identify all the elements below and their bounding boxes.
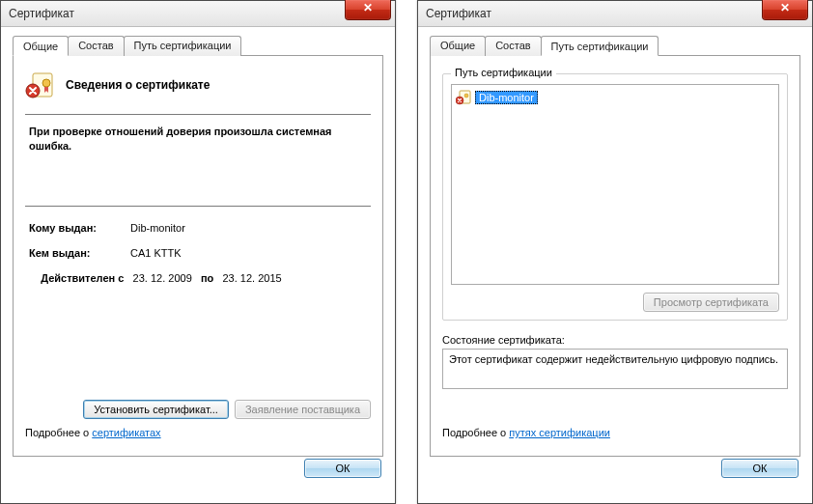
- install-certificate-button[interactable]: Установить сертификат...: [83, 400, 229, 419]
- cert-status-label: Состояние сертификата:: [442, 334, 788, 346]
- window-title: Сертификат: [426, 7, 491, 20]
- tab-cert-path[interactable]: Путь сертификации: [541, 36, 659, 56]
- certificate-window-general: Сертификат ✕ Общие Состав Путь сертифика…: [0, 0, 396, 504]
- cert-info-heading: Сведения о сертификате: [66, 78, 210, 92]
- close-icon: ✕: [780, 1, 790, 14]
- tab-cert-path[interactable]: Путь сертификации: [124, 36, 242, 56]
- close-button[interactable]: ✕: [762, 0, 808, 20]
- tree-item[interactable]: Dib-monitor: [456, 89, 774, 106]
- svg-point-4: [464, 94, 468, 98]
- certificate-error-icon: [456, 90, 471, 105]
- cert-error-message: При проверке отношений доверия произошла…: [25, 125, 371, 202]
- learn-more-row: Подробнее о путях сертификации: [442, 427, 788, 438]
- svg-point-1: [42, 79, 50, 87]
- issued-to-label: Кому выдан:: [29, 222, 130, 234]
- learn-more-link[interactable]: сертификатах: [92, 427, 160, 438]
- tab-page-general: Сведения о сертификате При проверке отно…: [13, 55, 383, 457]
- cert-path-tree[interactable]: Dib-monitor: [451, 84, 779, 285]
- issued-by-value: CA1 KTTK: [130, 247, 182, 259]
- certificate-window-path: Сертификат ✕ Общие Состав Путь сертифика…: [417, 0, 813, 504]
- tab-page-path: Путь сертификации Dib-: [430, 55, 800, 457]
- ok-button[interactable]: ОК: [304, 459, 381, 478]
- cert-path-group: Путь сертификации Dib-: [442, 73, 788, 321]
- certificate-error-icon: [25, 70, 56, 100]
- close-button[interactable]: ✕: [345, 0, 391, 20]
- issued-by-label: Кем выдан:: [29, 247, 130, 259]
- tab-general[interactable]: Общие: [430, 36, 486, 56]
- view-certificate-button: Просмотр сертификата: [643, 293, 779, 312]
- tab-strip: Общие Состав Путь сертификации: [430, 35, 800, 55]
- issued-to-value: Dib-monitor: [130, 222, 185, 234]
- separator: [25, 114, 371, 115]
- validity-row: Действителен с 23. 12. 2009 по 23. 12. 2…: [25, 272, 371, 284]
- titlebar[interactable]: Сертификат ✕: [418, 1, 812, 27]
- issuer-statement-button: Заявление поставщика: [235, 400, 371, 419]
- tree-item-label: Dib-monitor: [475, 91, 538, 104]
- learn-more-link[interactable]: путях сертификации: [509, 427, 610, 438]
- tab-details[interactable]: Состав: [485, 36, 541, 56]
- window-title: Сертификат: [9, 7, 74, 20]
- tab-strip: Общие Состав Путь сертификации: [13, 35, 383, 55]
- ok-button[interactable]: ОК: [721, 459, 799, 478]
- tab-details[interactable]: Состав: [68, 36, 124, 56]
- close-icon: ✕: [363, 1, 373, 14]
- cert-status-text: Этот сертификат содержит недействительну…: [442, 349, 788, 389]
- tab-general[interactable]: Общие: [13, 36, 69, 56]
- titlebar[interactable]: Сертификат ✕: [1, 1, 395, 27]
- learn-more-row: Подробнее о сертификатах: [25, 427, 371, 438]
- cert-path-group-title: Путь сертификации: [451, 67, 556, 78]
- separator: [25, 206, 371, 207]
